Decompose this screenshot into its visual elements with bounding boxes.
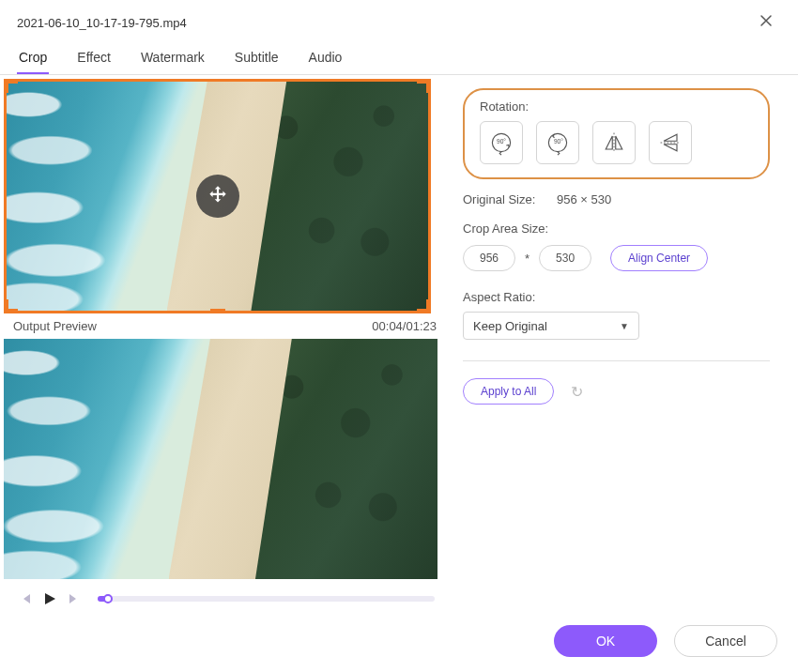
window-title: 2021-06-10_10-17-19-795.mp4	[17, 16, 187, 30]
next-frame-icon[interactable]	[64, 588, 84, 609]
apply-to-all-button[interactable]: Apply to All	[463, 378, 554, 405]
aspect-ratio-select[interactable]: Keep Original ▼	[463, 312, 639, 340]
aspect-label: Aspect Ratio:	[463, 290, 770, 304]
tab-effect[interactable]: Effect	[75, 42, 113, 74]
rotate-ccw-90-icon[interactable]: 90°	[536, 121, 579, 164]
transport-bar	[4, 579, 446, 609]
move-handle-icon[interactable]	[196, 175, 239, 218]
crop-handle[interactable]	[5, 309, 18, 313]
crop-width-input[interactable]	[463, 245, 515, 271]
rotate-cw-90-icon[interactable]: 90°	[480, 121, 523, 164]
output-label: Output Preview	[13, 319, 97, 333]
crop-handle[interactable]	[417, 80, 430, 84]
time-display: 00:04/01:23	[372, 319, 437, 333]
tab-audio[interactable]: Audio	[307, 42, 345, 74]
prev-frame-icon[interactable]	[15, 588, 36, 609]
flip-vertical-icon[interactable]	[649, 121, 692, 164]
original-size-label: Original Size:	[463, 192, 547, 206]
chevron-down-icon: ▼	[620, 321, 629, 331]
tab-crop[interactable]: Crop	[17, 42, 49, 74]
cancel-button[interactable]: Cancel	[674, 625, 777, 657]
output-preview	[4, 339, 437, 579]
rotation-label: Rotation:	[480, 99, 753, 114]
rotation-group: Rotation: 90° 90°	[463, 88, 770, 179]
tab-watermark[interactable]: Watermark	[139, 42, 207, 74]
editor-dialog: 2021-06-10_10-17-19-795.mp4 Crop Effect …	[0, 0, 798, 672]
crop-handle[interactable]	[210, 309, 225, 313]
aspect-ratio-value: Keep Original	[473, 319, 547, 333]
ok-button[interactable]: OK	[554, 625, 657, 657]
original-size-value: 956 × 530	[557, 192, 611, 206]
crop-size-label: Crop Area Size:	[463, 221, 770, 236]
timeline-slider[interactable]	[98, 596, 435, 602]
crop-sep: *	[525, 252, 529, 266]
crop-preview[interactable]	[4, 79, 431, 313]
svg-text:90°: 90°	[497, 138, 506, 145]
align-center-button[interactable]: Align Center	[610, 245, 708, 271]
divider	[463, 360, 770, 361]
tab-bar: Crop Effect Watermark Subtitle Audio	[0, 42, 798, 75]
close-icon[interactable]	[751, 9, 781, 37]
tab-subtitle[interactable]: Subtitle	[233, 42, 281, 74]
refresh-icon[interactable]: ↻	[571, 383, 583, 401]
crop-handle[interactable]	[5, 80, 18, 84]
svg-text:90°: 90°	[554, 138, 563, 145]
crop-handle[interactable]	[417, 309, 430, 313]
crop-height-input[interactable]	[539, 245, 591, 271]
flip-horizontal-icon[interactable]	[592, 121, 636, 164]
play-icon[interactable]	[39, 588, 60, 609]
